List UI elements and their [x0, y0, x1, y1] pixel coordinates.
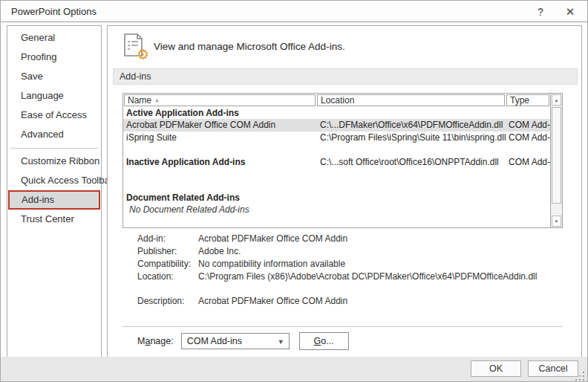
- sidebar-divider: [10, 148, 98, 149]
- sidebar-item-advanced[interactable]: Advanced: [7, 125, 101, 144]
- ok-button[interactable]: OK: [471, 360, 521, 377]
- go-button[interactable]: Go...: [299, 332, 349, 350]
- sidebar-item-quick-access-toolbar[interactable]: Quick Access Toolbar: [7, 171, 101, 190]
- table-spacer: [123, 144, 562, 156]
- window-title: PowerPoint Options: [11, 6, 97, 17]
- table-row-no-document-addins: No Document Related Add-ins: [123, 204, 562, 216]
- help-icon[interactable]: ?: [531, 4, 550, 20]
- detail-publisher: Publisher: Adobe Inc.: [137, 245, 537, 258]
- page-description: View and manage Microsoft Office Add-ins…: [154, 41, 345, 52]
- cancel-button[interactable]: Cancel: [528, 360, 578, 377]
- sidebar-item-proofing[interactable]: Proofing: [7, 48, 101, 67]
- options-sidebar: General Proofing Save Language Ease of A…: [7, 25, 102, 358]
- sidebar-item-add-ins[interactable]: Add-ins: [8, 190, 100, 210]
- sidebar-item-save[interactable]: Save: [7, 67, 101, 86]
- detail-description: Description: Acrobat PDFMaker Office COM…: [137, 295, 537, 308]
- addins-table: Name▲ Location Type Active Application A…: [122, 93, 563, 228]
- table-group-document: Document Related Add-ins: [123, 192, 562, 204]
- manage-row: Manage: COM Add-ins ▼ Go...: [137, 332, 349, 350]
- dialog-footer: OK Cancel: [1, 357, 587, 381]
- manage-dropdown[interactable]: COM Add-ins ▼: [181, 333, 290, 349]
- detail-compatibility: Compatibility: No compatibility informat…: [137, 258, 537, 271]
- manage-label: Manage:: [137, 336, 174, 346]
- sidebar-item-language[interactable]: Language: [7, 86, 101, 106]
- column-header-type[interactable]: Type: [506, 94, 549, 106]
- table-row-ispring[interactable]: iSpring Suite C:\Program Files\iSpring\S…: [123, 132, 562, 144]
- gear-icon: ⚙: [137, 48, 149, 62]
- sidebar-item-trust-center[interactable]: Trust Center: [7, 210, 101, 229]
- column-header-name[interactable]: Name▲: [124, 94, 316, 106]
- close-icon[interactable]: ✕: [561, 4, 580, 20]
- detail-location: Location: C:\Program Files (x86)\Adobe\A…: [137, 271, 537, 283]
- chevron-down-icon: ▼: [278, 334, 284, 349]
- vertical-scrollbar[interactable]: ▲ ▼: [550, 94, 562, 227]
- powerpoint-options-dialog: PowerPoint Options ? ✕ General Proofing …: [0, 0, 588, 382]
- table-group-active: Active Application Add-ins: [123, 107, 562, 119]
- sidebar-item-general[interactable]: General: [7, 28, 101, 48]
- table-row-inactive-group[interactable]: Inactive Application Add-ins C:\...soft …: [123, 156, 562, 169]
- table-header: Name▲ Location Type: [123, 94, 562, 107]
- section-title: Add-ins: [113, 68, 578, 85]
- scroll-up-icon[interactable]: ▲: [552, 94, 561, 106]
- column-header-location[interactable]: Location: [317, 94, 505, 106]
- table-row-acrobat[interactable]: Acrobat PDFMaker Office COM Addin C:\...…: [123, 119, 562, 132]
- table-spacer: [123, 169, 562, 192]
- addins-doc-gear-icon: ⚙: [122, 33, 145, 59]
- manage-separator: [122, 326, 563, 327]
- sidebar-item-ease-of-access[interactable]: Ease of Access: [7, 106, 101, 125]
- scroll-down-icon[interactable]: ▼: [552, 216, 561, 227]
- addin-details: Add-in: Acrobat PDFMaker Office COM Addi…: [137, 233, 537, 308]
- add-ins-page: ⚙ View and manage Microsoft Office Add-i…: [107, 25, 582, 358]
- scrollbar-thumb[interactable]: [552, 107, 561, 204]
- resize-grip[interactable]: [578, 376, 580, 378]
- detail-addin: Add-in: Acrobat PDFMaker Office COM Addi…: [137, 233, 537, 245]
- title-bar: PowerPoint Options ? ✕: [1, 1, 587, 22]
- page-header: ⚙ View and manage Microsoft Office Add-i…: [122, 33, 345, 59]
- manage-dropdown-value: COM Add-ins: [187, 336, 242, 346]
- sidebar-item-customize-ribbon[interactable]: Customize Ribbon: [7, 152, 101, 171]
- detail-gap: [137, 283, 537, 295]
- sort-asc-icon: ▲: [154, 97, 160, 103]
